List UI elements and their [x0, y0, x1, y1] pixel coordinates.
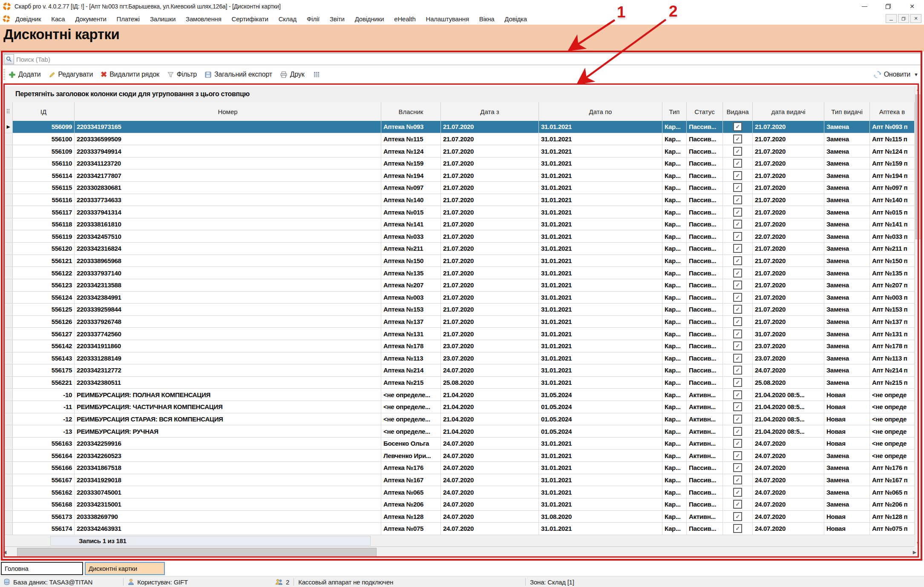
menu-item[interactable]: Довідник	[15, 15, 41, 23]
issued-checkbox[interactable]: ✓	[733, 427, 742, 436]
scroll-up-arrow[interactable]: ▲	[915, 86, 921, 93]
issued-checkbox[interactable]: ✓	[733, 244, 742, 253]
horizontal-scroll-thumb[interactable]	[17, 548, 377, 558]
issued-checkbox[interactable]: ✓	[733, 402, 742, 411]
table-row[interactable]: 5561242203342384991Аптека №00321.07.2020…	[4, 292, 915, 304]
column-header[interactable]: Тип	[662, 102, 687, 121]
row-selector[interactable]	[4, 157, 13, 169]
mdi-minimize-button[interactable]	[886, 14, 897, 23]
issued-checkbox[interactable]: ✓	[733, 171, 742, 180]
issued-checkbox[interactable]: ✓	[733, 488, 742, 497]
table-row[interactable]: 5561202203342316824Аптека №21121.07.2020…	[4, 243, 915, 255]
issued-checkbox[interactable]: ✓	[733, 269, 742, 278]
issued-checkbox[interactable]: ✓	[733, 256, 742, 265]
table-row[interactable]: 5561092203337949914Аптека №12421.07.2020…	[4, 145, 915, 157]
table-row[interactable]: 5562212203342380511Аптека №21525.08.2020…	[4, 377, 915, 389]
row-selector[interactable]	[4, 401, 13, 413]
table-row[interactable]: 5561422203341911860Аптека №17823.07.2020…	[4, 340, 915, 352]
issued-checkbox[interactable]: ✓	[733, 463, 742, 472]
issued-checkbox[interactable]: ✓	[733, 317, 742, 326]
scroll-right-arrow[interactable]: ▶	[911, 547, 918, 557]
menu-item[interactable]: Замовлення	[186, 15, 221, 23]
table-row[interactable]: 5561212203338965968Аптека №15021.07.2020…	[4, 255, 915, 267]
table-row[interactable]: 5561192203342457510Аптека №03321.07.2020…	[4, 230, 915, 243]
row-selector[interactable]	[4, 230, 13, 242]
table-row[interactable]: 5561262203337926748Аптека №13721.07.2020…	[4, 316, 915, 328]
issued-checkbox[interactable]: ✓	[733, 475, 742, 484]
table-row[interactable]: -13РЕИМБУРСАЦИЯ: РУЧНАЯ<не определе...21…	[4, 425, 915, 438]
menu-item[interactable]: Налаштування	[426, 15, 469, 23]
row-selector[interactable]	[4, 206, 13, 218]
table-row[interactable]: 5561682203342315001Аптека №20624.07.2020…	[4, 498, 915, 511]
issued-checkbox[interactable]: ✓	[733, 341, 742, 350]
row-selector[interactable]	[4, 267, 13, 279]
row-selector[interactable]	[4, 364, 13, 376]
table-row[interactable]: 5561252203339259844Аптека №15321.07.2020…	[4, 304, 915, 316]
issued-checkbox[interactable]: ✓	[733, 415, 742, 424]
row-selector[interactable]	[4, 450, 13, 461]
toolbar-grip[interactable]	[3, 69, 5, 80]
menu-item[interactable]: Філії	[307, 15, 320, 23]
row-selector[interactable]	[4, 218, 13, 230]
column-header[interactable]: Власник	[381, 102, 441, 121]
menu-item[interactable]: Платежі	[117, 15, 140, 23]
row-selector[interactable]	[4, 389, 13, 401]
row-selector[interactable]	[4, 279, 13, 291]
column-header[interactable]: дата видачі	[753, 102, 824, 121]
column-header[interactable]: ІД	[13, 102, 75, 121]
issued-checkbox[interactable]: ✓	[733, 500, 742, 509]
print-button[interactable]: Друк	[280, 71, 305, 78]
row-selector[interactable]	[4, 523, 13, 535]
row-selector[interactable]	[4, 316, 13, 328]
table-row[interactable]: 5561662203341867518Аптека №17624.07.2020…	[4, 462, 915, 474]
tab-home[interactable]: Головна	[1, 562, 83, 575]
row-selector[interactable]	[4, 340, 13, 352]
row-selector[interactable]	[4, 352, 13, 364]
issued-checkbox[interactable]: ✓	[733, 281, 742, 289]
row-selector[interactable]	[4, 328, 13, 340]
issued-checkbox[interactable]: ✓	[733, 439, 742, 448]
table-row[interactable]: 5561172203337941314Аптека №01521.07.2020…	[4, 206, 915, 218]
issued-checkbox[interactable]: ✓	[733, 195, 742, 204]
table-row[interactable]: -10РЕИМБУРСАЦИЯ: ПОЛНАЯ КОМПЕНСАЦИЯ<не о…	[4, 389, 915, 401]
row-selector[interactable]	[4, 377, 13, 389]
issued-checkbox[interactable]: ✓	[733, 390, 742, 399]
column-header[interactable]: Дата з	[441, 102, 539, 121]
table-row[interactable]: 5561002203336599509Аптека №11521.07.2020…	[4, 133, 915, 146]
table-row[interactable]: 5561222203337937140Аптека №13521.07.2020…	[4, 267, 915, 279]
mdi-restore-button[interactable]	[898, 14, 909, 23]
row-selector[interactable]	[4, 182, 13, 194]
menu-item[interactable]: Каса	[51, 15, 65, 23]
group-by-panel[interactable]: Перетягніть заголовок колонки сюди для у…	[4, 86, 915, 103]
issued-checkbox[interactable]: ✓	[733, 122, 742, 131]
menu-item[interactable]: eHealth	[394, 15, 415, 23]
column-header[interactable]: Статус	[687, 102, 723, 121]
table-row[interactable]: 5561152203302830681Аптека №09721.07.2020…	[4, 182, 915, 194]
table-row[interactable]: 5561632203342259916Босенко Ольга24.07.20…	[4, 438, 915, 450]
toolbar-overflow-arrow[interactable]: ▼	[914, 72, 918, 77]
column-header[interactable]: Номер	[75, 102, 381, 121]
row-selector[interactable]	[4, 292, 13, 304]
menu-item[interactable]: Залишки	[150, 15, 176, 23]
issued-checkbox[interactable]: ✓	[733, 305, 742, 314]
issued-checkbox[interactable]: ✓	[733, 354, 742, 363]
row-selector[interactable]	[4, 413, 13, 425]
add-button[interactable]: Додати	[9, 71, 41, 78]
row-selector[interactable]	[4, 243, 13, 255]
menu-item[interactable]: Звіти	[330, 15, 345, 23]
table-row[interactable]: 5561752203342312772Аптека №21424.07.2020…	[4, 364, 915, 377]
issued-checkbox[interactable]: ✓	[733, 293, 742, 302]
scroll-left-arrow[interactable]: ◀	[1, 547, 9, 557]
table-row[interactable]: 5561672203341929018Аптека №16724.07.2020…	[4, 474, 915, 487]
export-button[interactable]: Загальний експорт	[204, 71, 272, 78]
table-row[interactable]: 5561622203330745001Аптека №06524.07.2020…	[4, 486, 915, 498]
menu-item[interactable]: Довідка	[504, 15, 527, 23]
issued-checkbox[interactable]: ✓	[733, 183, 742, 192]
issued-checkbox[interactable]: ✓	[733, 147, 742, 156]
grid-corner-cell[interactable]	[4, 102, 13, 121]
issued-checkbox[interactable]: ✓	[733, 135, 742, 143]
row-selector[interactable]	[4, 169, 13, 181]
row-selector[interactable]	[4, 462, 13, 474]
row-selector[interactable]	[4, 486, 13, 498]
issued-checkbox[interactable]: ✓	[733, 512, 742, 521]
